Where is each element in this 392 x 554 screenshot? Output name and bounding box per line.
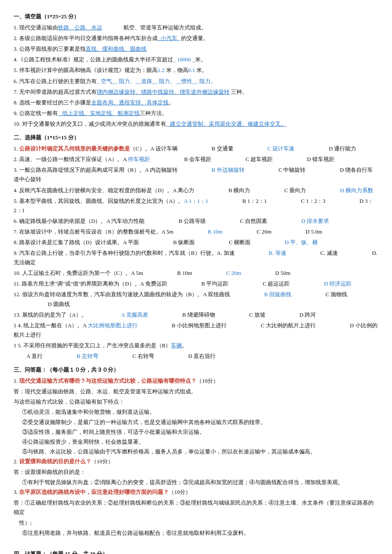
mc7: 7. 在纵坡设计中，转坡点桩号应设在（B）的整数值桩号处。A 5mB 10mC …	[14, 227, 378, 237]
mc11: 11. 路基方用土求"调"或"借"的界限距离称为（D）。A 免费运距B 平均运距…	[14, 279, 378, 289]
mc8: 8. 路基设计表是汇集了路线（D）设计成果。A 平面B 纵断面C 横断面D 平、…	[14, 238, 378, 247]
q10: 10. 对于交通量较大的交叉口，减少或消火冲突点的措施通常有_ 建立交通管制、采…	[14, 119, 378, 129]
sa1-a7: ⑤与铁路、水运比较，公路运输由于汽车燃料价格高，服务人员多，单位运量小，所以在长…	[14, 447, 378, 456]
mc2: 2. 高速、一级公路一般情况下应保证（A）。A 停车视距B 会车视距C 超车视距…	[14, 155, 378, 164]
q7: 7. 无中间带道路的超高过渡方式有绕内侧边缘旋转、绕路中线旋转、绕车道外侧边缘旋…	[14, 87, 378, 97]
mc1: 1. 公路设计时确定其几何线形的最关键的参数是（C）。A 设计车辆B 交通量C …	[14, 144, 378, 153]
ans: _ 10000 _	[173, 56, 195, 63]
mc5: 5. 基本型平曲线，其回旋线、圆曲线、回旋线的长度之比宜为（A）。A 1：1：1…	[14, 196, 378, 215]
mc9: 9. 汽车在公路上行驶，当牵引力等于各种行驶阻力的代数和时，汽车就（B）行驶。A…	[14, 248, 378, 267]
q3: 3. 公路平面线形的三要素是指直线、缓和曲线、圆曲线	[14, 44, 378, 54]
sa1-a3: ①机动灵活，能迅速集中和分散货物，做到直达运输。	[14, 407, 378, 417]
ans: 绕内侧边缘旋转、绕路中线旋转、绕车道外侧边缘旋转	[97, 89, 230, 95]
ans: _ 空气__ 阻力、__道路__ 阻力、__惯性__ 阻力。	[97, 78, 216, 84]
section-fill-blank: 一、填空题（1*25=25 分） 1. 现代交通运输由铁路、公路、水运航空、管道…	[14, 12, 378, 129]
ans: _小汽车_	[158, 35, 180, 41]
q5: 5. 停车视距计算中的眼高和物高《设计规范》规定为：眼高1.2 米，物高0.1 …	[14, 66, 378, 75]
mc15-opts: A 直行B 左转弯C 右转弯D 直右混行	[14, 352, 378, 361]
sa3-a: 答：①正确处理好路线与农业的关系；②处理好路线和桥位的关系；③处理好路线与城镇居…	[14, 498, 378, 517]
q2: 2. 各级公路能适应的年平均日交通量均指将各种汽车折合成_小汽车_ 的交通量。	[14, 34, 378, 43]
q8: 8. 选线一般要经过的三个步骤是全面布局、逐段安排、具体定线。	[14, 98, 378, 107]
mc13: 13. 展线的目的是为了（A）。A 克服高差B 绕避障碍物C 放坡D 跨河	[14, 310, 378, 320]
ans: 1.2	[158, 67, 164, 73]
ans: _ 纸上定线、实地定线、航测定线	[58, 110, 140, 116]
mc12: 12. 假设方向盘转动速度为常数，汽车由直线匀速驶入圆曲线的轨迹为（B）。A 双…	[14, 290, 378, 309]
sa3-a2: 性）;	[14, 518, 378, 528]
section-title-4: 四、计算题：（每题 15 分，共 30 分）	[14, 549, 378, 554]
mc3: 3. 一般公路在高路堤情况下的超高构成可采用（B）。A 内边轴旋转B 外边轴旋转…	[14, 165, 378, 184]
section-title-2: 二、选择题（1*15=15 分）	[14, 133, 378, 142]
section-title-3: 三、问答题：（每小题１０分，共３０分）	[14, 365, 378, 375]
sa1-a6: ④公路运输投资少，资金周转快，社会效益显著。	[14, 437, 378, 447]
sa2-a: 答：设置缓和曲线的目的是：	[14, 467, 378, 477]
section-choice: 二、选择题（1*15=15 分） 1. 公路设计时确定其几何线形的最关键的参数是…	[14, 133, 378, 361]
mc14: 1 4. 纸上定线一般在（A）。A 大比例地形图上进行B 小比例地形图上进行C …	[14, 321, 378, 340]
section-calc: 四、计算题：（每题 15 分，共 30 分）	[14, 549, 378, 554]
section-title-1: 一、填空题（1*25=25 分）	[14, 12, 378, 21]
q1: 1. 现代交通运输由铁路、公路、水运航空、管道等五种运输方式组成。	[14, 23, 378, 32]
ans2: 0.1	[188, 67, 195, 73]
sa1-a2: 与这些运输方式比较，公路运输有如下特点：	[14, 397, 378, 407]
section-short-answer: 三、问答题：（每小题１０分，共３０分） 1. 现代交通运输方式有哪些？与这些运输…	[14, 365, 378, 538]
q6: 6. 汽车在公路上行驶的主要阻力有_ 空气__ 阻力、__道路__ 阻力、__惯…	[14, 77, 378, 86]
ans: 全面布局、逐段安排、具体定线	[91, 99, 169, 106]
sa1-a: 答：现代交通运输由铁路、公路、水运、航空及管道等五种运输方式组成。	[14, 387, 378, 396]
sa1-q: 1. 现代交通运输方式有哪些？与这些运输方式比较，公路运输有哪些特点？（10分）	[14, 376, 378, 386]
q4: 4.《公路工程技术标准》规定，公路上的圆曲线最大半径不宜超过_ 10000 _米…	[14, 55, 378, 64]
sa3-a3: ⑤注意利用老路，并与铁路、航道及已有公路运输相配合；⑥注意就地取材和利用工业废料…	[14, 528, 378, 538]
mc15: 1 5. 不采用任何措施的平面交叉口上，产生冲突点最多的是（B）车辆。	[14, 341, 378, 350]
sa3-q: 3. 在平原区选线的路线布设中，应注意处理好哪些方面的问题？（10分）	[14, 488, 378, 497]
sa1-a5: ③适应性强，服务面广，时间上随意性强，可适于小批量运输和大宗运输。	[14, 427, 378, 437]
mc10: 10. 人工运输土石时，免费运距为第一个（C）。A 5mB 10mC 20mD …	[14, 268, 378, 278]
ans: 铁路、公路、水运	[58, 24, 102, 31]
sa1-a4: ②受交通设施限制少，是最广泛的一种运输方式，也是交通运输网中其他各种运输方式联系…	[14, 418, 378, 427]
mc4: 4. 反映汽车在圆曲线上行驶横向安全、稳定程度的指标是（D）。A 离心力B 横向…	[14, 186, 378, 195]
q9: 9. 公路定线一般有_ 纸上定线、实地定线、航测定线三种方法。	[14, 109, 378, 118]
exam-paper: 一、填空题（1*25=25 分） 1. 现代交通运输由铁路、公路、水运航空、管道…	[14, 12, 378, 554]
mc6: 6. 确定路线最小纵坡的依据是（D）。A 汽车动力性能B 公路等级C 自然因素D…	[14, 216, 378, 226]
ans: 直线、缓和曲线、圆曲线	[86, 46, 147, 52]
sa2-a2: ①有利于驾驶员操纵方向盘；②消除离心力的突变，提高舒适性；③完成超高和加宽的过渡…	[14, 478, 378, 487]
sa2-q: 2. 设置缓和曲线的目的是什么？（10分）	[14, 457, 378, 466]
ans: _ 建立交通管制、采用渠化交通、修建立体交叉。	[166, 121, 287, 127]
